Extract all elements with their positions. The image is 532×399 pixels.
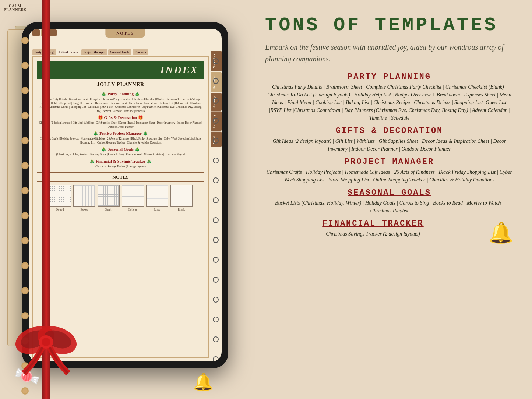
planner-section-financial: 🎄 Financial & Savings Tracker 🎄	[37, 159, 204, 164]
spiral-3	[213, 98, 219, 104]
nav-tab-finances[interactable]: Finances	[133, 49, 148, 55]
notes-box-dotted-box	[49, 185, 71, 207]
notes-box-boxes-box	[73, 185, 95, 207]
planner-nav-tabs: Party Planning Gifts & Decors Project Ma…	[32, 49, 209, 55]
section-project: PROJECT MANAGER Christmas Crafts | Holid…	[265, 157, 514, 184]
notes-label-blank: Blank	[178, 208, 185, 211]
spiral-16	[213, 356, 219, 361]
spiral-binding	[213, 58, 219, 361]
right-section: TONS OF TEMPLATES Embark on the festive …	[250, 0, 532, 399]
section-financial: FINANCIAL TRACKER Christmas Savings Trac…	[265, 219, 514, 245]
main-title: TONS OF TEMPLATES	[265, 15, 514, 36]
section-desc-party: Christmas Party Details | Brainstorm She…	[265, 83, 514, 122]
svg-point-5	[42, 338, 50, 346]
section-gifts: GIFTS & DECORATION Gift Ideas (2 design …	[265, 126, 514, 153]
notes-box-lists: Lists	[146, 185, 168, 211]
spiral-8	[213, 197, 219, 203]
planner-project-text: Christmas Crafts | Holiday Projects | Ho…	[37, 137, 204, 145]
bow-decoration	[9, 318, 83, 377]
top-tab-3	[49, 29, 57, 36]
ring-4	[21, 112, 29, 119]
section-title-project: PROJECT MANAGER	[265, 157, 514, 166]
spiral-4	[213, 118, 219, 124]
planner-section-project: 🎄 Festive Project Manager 🎄	[37, 131, 204, 136]
ring-3	[21, 87, 29, 94]
section-desc-project: Christmas Crafts | Holiday Projects | Ho…	[265, 168, 514, 184]
tablet-frame: NOTES Party Planning Gifts & Decors Proj…	[22, 22, 228, 368]
section-desc-financial: Christmas Savings Tracker (2 design layo…	[265, 230, 481, 238]
index-title: INDEX	[37, 61, 204, 79]
financial-bell-icon: 🔔	[488, 219, 514, 245]
ring-6	[21, 162, 29, 169]
spiral-6	[213, 158, 219, 163]
notes-box-dotted: Dotted	[49, 185, 71, 211]
spiral-2	[213, 78, 219, 84]
notes-top-tab: NOTES	[105, 29, 145, 38]
notes-label-boxes: Boxes	[81, 208, 88, 211]
spiral-15	[213, 336, 219, 342]
notes-section-title: NOTES	[37, 172, 204, 182]
section-title-financial: FINANCIAL TRACKER	[265, 219, 481, 228]
section-title-party: PARTY PLANNING	[265, 72, 514, 81]
spiral-1	[213, 58, 219, 64]
ring-11	[21, 287, 29, 294]
notes-box-graph: Graph	[98, 185, 120, 211]
notes-label-graph: Graph	[105, 208, 112, 211]
notes-box-graph-box	[98, 185, 120, 207]
notes-label-lists: Lists	[154, 208, 160, 211]
planner-content: INDEX JOLLY PLANNER 🎄 Party Planning 🎄 C…	[32, 56, 209, 358]
ring-7	[21, 187, 29, 194]
section-party-planning: PARTY PLANNING Christmas Party Details |…	[265, 72, 514, 122]
nav-tab-project[interactable]: Project Manager	[81, 49, 107, 55]
ring-10	[21, 262, 29, 269]
logo-line1: CALM	[4, 4, 27, 8]
notes-box-boxes: Boxes	[73, 185, 95, 211]
spiral-5	[213, 138, 219, 144]
nav-tab-seasonal[interactable]: Seasonal Goals	[108, 49, 131, 55]
notes-box-college-box	[122, 185, 144, 207]
notes-label-college: College	[128, 208, 137, 211]
divider-1	[37, 89, 204, 89]
ring-8	[21, 212, 29, 219]
brand-logo: CALM PLANNERS	[4, 4, 27, 12]
notes-boxes-row: Dotted Boxes Graph College	[37, 185, 204, 211]
spiral-13	[213, 297, 219, 303]
notes-box-lists-box	[146, 185, 168, 207]
ring-15	[21, 387, 29, 395]
section-title-gifts: GIFTS & DECORATION	[265, 126, 514, 135]
spiral-12	[213, 277, 219, 283]
notes-label-dotted: Dotted	[56, 208, 64, 211]
ring-5	[21, 137, 29, 144]
planner-seasonal-text: (Christmas, Holiday, Winter) | Holiday G…	[37, 153, 204, 157]
notes-section: NOTES Dotted Boxes Graph	[37, 172, 204, 211]
planner-name: JOLLY PLANNER	[37, 82, 204, 88]
tablet-screen: NOTES Party Planning Gifts & Decors Proj…	[29, 29, 222, 361]
ring-9	[21, 237, 29, 244]
spiral-10	[213, 237, 219, 243]
section-title-seasonal: SEASONAL GOALS	[265, 188, 514, 197]
planner-party-text: Christmas Party Details | Brainstorm She…	[37, 98, 204, 113]
planner-section-party: 🎄 Party Planning 🎄	[37, 92, 204, 96]
planner-gifts-text: Gift Ideas (2 design layouts) | Gift Lis…	[37, 121, 204, 129]
nav-tab-gifts[interactable]: Gifts & Decors	[57, 49, 80, 55]
financial-text-block: FINANCIAL TRACKER Christmas Savings Trac…	[265, 219, 481, 238]
planner-section-gifts: 🎁 Gifts & Decoration 🎁	[37, 115, 204, 120]
notes-box-blank: Blank	[170, 185, 193, 211]
bell-icon: 🔔	[193, 372, 214, 392]
ring-2	[21, 62, 29, 69]
section-desc-gifts: Gift Ideas (2 design layouts) | Gift Lis…	[265, 137, 514, 153]
spiral-9	[213, 217, 219, 223]
spiral-14	[213, 317, 219, 322]
logo-line2: PLANNERS	[4, 8, 27, 12]
subtitle: Embark on the festive season with unbrid…	[265, 41, 514, 65]
left-section: NOTES Party Planning Gifts & Decors Proj…	[0, 0, 243, 399]
section-seasonal: SEASONAL GOALS Bucket Lists (Christmas, …	[265, 188, 514, 215]
notes-box-blank-box	[170, 185, 193, 207]
spiral-11	[213, 257, 219, 263]
notes-box-college: College	[122, 185, 144, 211]
spiral-7	[213, 177, 219, 183]
planner-financial-text: Christmas Savings Tracker (2 design layo…	[37, 165, 204, 169]
ring-1	[21, 37, 29, 44]
section-desc-seasonal: Bucket Lists (Christmas, Holiday, Winter…	[265, 199, 514, 215]
planner-section-seasonal: 🎄 Seasonal Goals 🎄	[37, 147, 204, 152]
